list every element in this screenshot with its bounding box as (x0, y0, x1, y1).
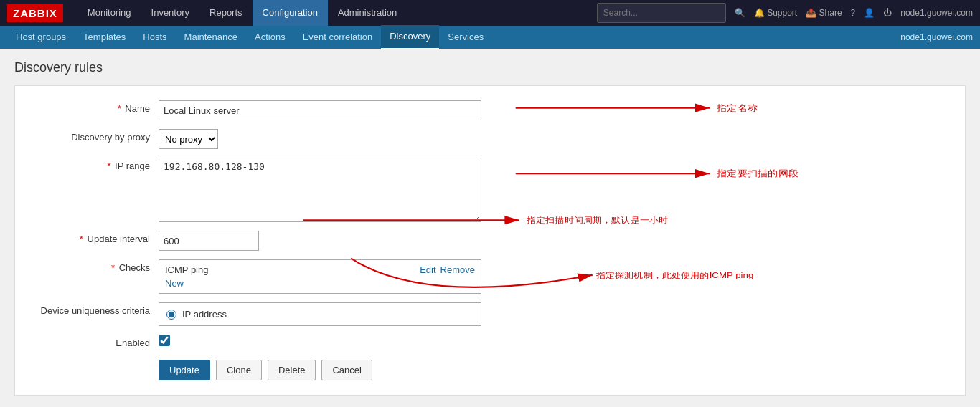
checks-label: * Checks (29, 259, 159, 273)
form-row-update-interval: * Update interval (29, 231, 943, 251)
nav-monitoring[interactable]: Monitoring (77, 0, 141, 26)
checks-row: ICMP ping Edit Remove (165, 264, 475, 275)
ip-range-textarea[interactable]: 192.168.80.128-130 (159, 158, 481, 222)
form-row-checks: * Checks ICMP ping Edit Remove New (29, 259, 943, 294)
sub-nav-host-groups[interactable]: Host groups (7, 26, 75, 49)
checks-box: ICMP ping Edit Remove New (159, 259, 481, 294)
btn-row: Update Clone Delete Cancel (29, 360, 943, 380)
check-name: ICMP ping (165, 264, 208, 275)
clone-button[interactable]: Clone (216, 360, 262, 380)
name-label: * Name (29, 100, 159, 114)
sub-nav-maintenance[interactable]: Maintenance (176, 26, 246, 49)
sub-nav-templates[interactable]: Templates (75, 26, 134, 49)
top-nav-right: 🔍 🔔 Support 📤 Share ? 👤 ⏻ node1.guowei.c… (597, 3, 973, 23)
sub-nav-services[interactable]: Services (439, 26, 492, 49)
proxy-select[interactable]: No proxy (159, 129, 218, 149)
sub-nav-event-correlation[interactable]: Event correlation (294, 26, 382, 49)
power-icon[interactable]: ⏻ (883, 8, 892, 18)
new-link[interactable]: New (165, 278, 184, 289)
page-title: Discovery rules (14, 60, 966, 75)
ip-range-label: * IP range (29, 158, 159, 171)
form-row-name: * Name (29, 100, 943, 120)
sub-nav: Host groups Templates Hosts Maintenance … (0, 26, 980, 49)
form-wrapper: * Name Discovery by proxy No proxy * IP … (14, 85, 966, 396)
checks-actions: Edit Remove (420, 264, 475, 275)
delete-button[interactable]: Delete (268, 360, 316, 380)
required-star-ip: * (107, 161, 110, 171)
sub-nav-discovery[interactable]: Discovery (381, 25, 439, 49)
required-star: * (118, 103, 121, 114)
update-button[interactable]: Update (159, 360, 210, 380)
top-nav-links: Monitoring Inventory Reports Configurati… (77, 0, 597, 26)
sub-nav-actions[interactable]: Actions (246, 26, 294, 49)
support-link[interactable]: 🔔 Support (754, 8, 797, 18)
nav-administration[interactable]: Administration (328, 0, 407, 26)
help-icon[interactable]: ? (851, 8, 856, 18)
ip-address-label: IP address (182, 309, 227, 320)
enabled-checkbox[interactable] (159, 335, 170, 346)
sub-nav-hosts[interactable]: Hosts (134, 26, 175, 49)
remove-link[interactable]: Remove (440, 264, 475, 275)
share-link[interactable]: 📤 Share (806, 8, 842, 18)
search-icon[interactable]: 🔍 (735, 8, 745, 18)
required-star-checks: * (111, 262, 115, 273)
top-nav: ZABBIX Monitoring Inventory Reports Conf… (0, 0, 980, 26)
node-display: node1.guowei.com (900, 32, 973, 42)
device-box: IP address (159, 302, 481, 326)
form-row-ip-range: * IP range 192.168.80.128-130 (29, 158, 943, 222)
form-row-proxy: Discovery by proxy No proxy (29, 129, 943, 149)
required-star-ui: * (80, 234, 83, 244)
node-label: node1.guowei.com (900, 8, 973, 18)
name-input[interactable] (159, 100, 481, 120)
user-icon[interactable]: 👤 (864, 8, 875, 18)
ip-address-radio[interactable] (166, 310, 176, 320)
cancel-button[interactable]: Cancel (321, 360, 372, 380)
page-content: Discovery rules * Name Discovery by prox… (0, 49, 980, 407)
form-container: * Name Discovery by proxy No proxy * IP … (14, 85, 966, 396)
logo[interactable]: ZABBIX (7, 4, 63, 22)
nav-reports[interactable]: Reports (199, 0, 253, 26)
nav-inventory[interactable]: Inventory (141, 0, 199, 26)
update-interval-label: * Update interval (29, 231, 159, 244)
update-interval-input[interactable] (159, 231, 259, 251)
search-input[interactable] (597, 3, 726, 23)
device-label: Device uniqueness criteria (29, 302, 159, 316)
enabled-label: Enabled (29, 335, 159, 348)
form-row-device: Device uniqueness criteria IP address (29, 302, 943, 326)
proxy-label: Discovery by proxy (29, 129, 159, 143)
edit-link[interactable]: Edit (420, 264, 435, 275)
nav-configuration[interactable]: Configuration (253, 0, 328, 26)
form-row-enabled: Enabled (29, 335, 943, 348)
